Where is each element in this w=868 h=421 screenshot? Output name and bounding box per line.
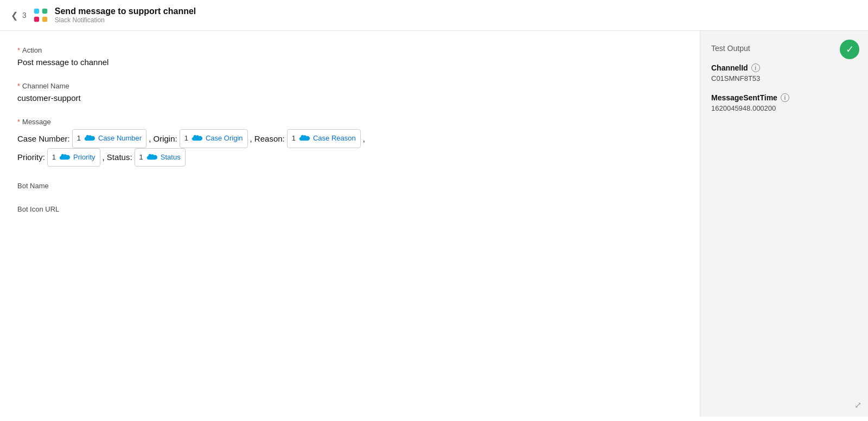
token-case-number-label: Case Number — [98, 131, 142, 146]
token-case-origin[interactable]: 1 Case Origin — [180, 129, 248, 148]
form-area: *Action Post message to channel *Channel… — [0, 31, 700, 417]
action-field-group: *Action Post message to channel — [17, 46, 682, 67]
main-layout: *Action Post message to channel *Channel… — [0, 31, 868, 417]
success-badge: ✓ — [840, 40, 859, 59]
channel-name-value: customer-support — [17, 93, 682, 103]
sf-cloud-icon-1 — [84, 135, 95, 142]
separator-origin: , Origin: — [149, 130, 177, 148]
sf-cloud-icon-5 — [146, 154, 158, 161]
message-label: *Message — [17, 118, 682, 126]
header-subtitle: Slack Notification — [55, 16, 196, 24]
sidebar-title: Test Output — [711, 44, 857, 53]
message-field-group: *Message Case Number: 1 Case Number , Or… — [17, 118, 682, 167]
bot-icon-url-field-group: Bot Icon URL — [17, 205, 682, 213]
sf-cloud-icon-2 — [191, 135, 203, 142]
channel-name-label: *Channel Name — [17, 82, 682, 90]
header-text: Send message to support channel Slack No… — [55, 7, 196, 24]
svg-rect-0 — [34, 9, 39, 14]
svg-rect-1 — [42, 9, 47, 14]
channel-name-field-group: *Channel Name customer-support — [17, 82, 682, 103]
slack-icon — [32, 7, 49, 24]
header-title: Send message to support channel — [55, 7, 196, 16]
separator-comma: , — [363, 130, 365, 148]
token-status-label: Status — [161, 150, 181, 165]
token-priority-label: Priority — [73, 150, 95, 165]
action-required-star: * — [17, 46, 20, 54]
sidebar: Test Output ✓ ChannelId i C01SMNF8T53 Me… — [700, 31, 868, 417]
message-required-star: * — [17, 118, 20, 126]
channel-id-info-icon[interactable]: i — [751, 63, 760, 72]
bot-name-field-group: Bot Name — [17, 182, 682, 190]
message-sent-time-info-icon[interactable]: i — [781, 93, 789, 102]
output-field-channel-id: ChannelId i C01SMNF8T53 — [711, 63, 857, 82]
message-prefix-1: Case Number: — [17, 130, 70, 148]
token-case-reason-label: Case Reason — [313, 131, 356, 146]
token-priority[interactable]: 1 Priority — [47, 148, 100, 167]
message-prefix-2: Priority: — [17, 148, 45, 166]
check-icon: ✓ — [846, 43, 854, 55]
token-case-origin-label: Case Origin — [206, 131, 243, 146]
output-field-message-sent-time: MessageSentTime i 1620045948.000200 — [711, 93, 857, 112]
channel-name-required-star: * — [17, 82, 20, 90]
bot-name-label: Bot Name — [17, 182, 682, 190]
sf-cloud-icon-4 — [59, 154, 71, 161]
sf-cloud-icon-3 — [298, 135, 310, 142]
collapse-chevron[interactable]: ❮ — [11, 10, 18, 21]
output-field-message-sent-time-name: MessageSentTime i — [711, 93, 857, 102]
svg-rect-2 — [34, 17, 39, 22]
message-line-1: Case Number: 1 Case Number , Origin: 1 — [17, 129, 682, 148]
svg-rect-3 — [42, 17, 47, 22]
separator-status: , Status: — [103, 148, 132, 166]
output-field-channel-id-name: ChannelId i — [711, 63, 857, 72]
action-label: *Action — [17, 46, 682, 54]
header: ❮ 3 Send message to support channel Slac… — [0, 0, 868, 31]
output-field-channel-id-value: C01SMNF8T53 — [711, 74, 857, 82]
output-field-message-sent-time-value: 1620045948.000200 — [711, 104, 857, 112]
separator-reason: , Reason: — [250, 130, 285, 148]
expand-icon[interactable]: ⤢ — [854, 400, 861, 410]
token-case-reason[interactable]: 1 Case Reason — [287, 129, 361, 148]
token-case-number[interactable]: 1 Case Number — [72, 129, 146, 148]
step-number: 3 — [22, 11, 27, 20]
bot-icon-url-label: Bot Icon URL — [17, 205, 682, 213]
action-value: Post message to channel — [17, 58, 682, 67]
token-status[interactable]: 1 Status — [135, 148, 186, 167]
message-line-2: Priority: 1 Priority , Status: 1 — [17, 148, 682, 167]
